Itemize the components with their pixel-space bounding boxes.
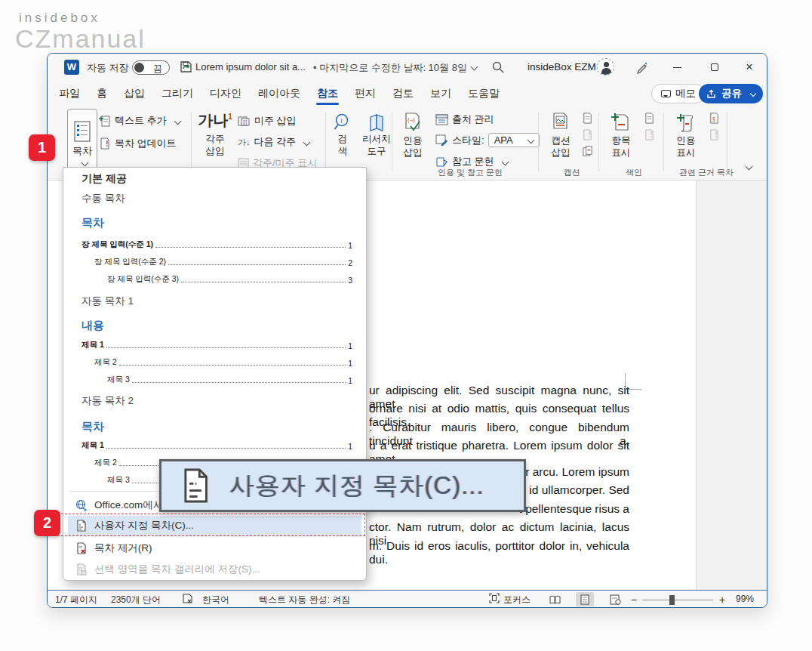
- print-layout-button[interactable]: [576, 592, 594, 606]
- gallery-title[interactable]: 목차: [82, 216, 104, 230]
- add-text-button[interactable]: 텍스트 추가: [99, 114, 180, 128]
- last-modified-text: • 마지막으로 수정한 날짜: 10월 8일: [313, 62, 467, 73]
- svg-text:[i]: [i]: [243, 119, 248, 125]
- custom-toc-icon-large: [180, 467, 211, 504]
- mark-entry-button[interactable]: 항목 표시: [604, 113, 638, 159]
- document-text-line: ur adipiscing elit. Sed suscipit magna n…: [369, 384, 629, 403]
- zoom-slider-track[interactable]: [642, 600, 713, 600]
- zoom-out-button[interactable]: −: [631, 594, 637, 606]
- toc-preview-row: 장 제목 입력(수준 2)2: [82, 257, 352, 267]
- auto-toc1-gallery-label[interactable]: 자동 목차 1: [82, 295, 134, 308]
- next-footnote-icon: 가↓: [238, 137, 251, 148]
- tab-file[interactable]: 파일: [51, 82, 88, 106]
- insert-citation-icon: (–): [403, 113, 423, 134]
- insert-footnote-button[interactable]: 가나1 각주 삽입: [197, 113, 233, 157]
- insert-caption-button[interactable]: 캡션 삽입: [544, 113, 577, 159]
- document-text-line: . Curabitur mauris libero, congue bibend…: [369, 421, 629, 440]
- language-indicator[interactable]: 한국어: [202, 594, 229, 606]
- zoom-slider-thumb[interactable]: [669, 595, 675, 605]
- document-backstage: [696, 180, 767, 591]
- page-indicator[interactable]: 1/7 페이지: [55, 594, 97, 606]
- tab-home[interactable]: 홈: [88, 82, 115, 106]
- insert-index-icon[interactable]: [644, 113, 655, 124]
- autosave-state: 끔: [153, 63, 162, 76]
- focus-mode-button[interactable]: [489, 593, 500, 604]
- insert-endnote-button[interactable]: [i] 미주 삽입: [238, 114, 297, 128]
- autocomplete-status[interactable]: 텍스트 자동 완성: 켜짐: [259, 594, 350, 606]
- cross-reference-icon[interactable]: [582, 146, 593, 157]
- tab-mailings[interactable]: 편지: [346, 82, 384, 106]
- share-button[interactable]: 공유: [699, 84, 763, 103]
- tab-insert[interactable]: 삽입: [115, 82, 153, 106]
- comments-button[interactable]: 메모: [651, 84, 706, 103]
- autosave-toggle[interactable]: 끔: [132, 60, 170, 75]
- web-layout-icon: [610, 594, 621, 605]
- research-tools-button[interactable]: 리서치 도구: [358, 113, 395, 157]
- toc-button-label: 목차: [72, 144, 92, 158]
- comments-label: 메모: [675, 87, 696, 100]
- last-modified-label[interactable]: • 마지막으로 수정한 날짜: 10월 8일: [313, 61, 477, 75]
- insert-toa-icon[interactable]: §: [709, 113, 720, 124]
- mark-citation-button[interactable]: 인용 표시: [669, 113, 703, 159]
- focus-label[interactable]: 포커스: [503, 594, 531, 606]
- close-button[interactable]: ×: [733, 54, 766, 81]
- svg-text:!: !: [588, 131, 590, 139]
- tab-review[interactable]: 검토: [384, 82, 422, 106]
- tab-help[interactable]: 도움말: [460, 82, 508, 106]
- step-badge-1: 1: [29, 134, 55, 161]
- proofing-icon[interactable]: [182, 593, 193, 604]
- mark-entry-label: 항목 표시: [612, 135, 631, 159]
- manual-toc-gallery-label[interactable]: 수동 목차: [82, 192, 125, 205]
- remove-toc-menu-item[interactable]: 목차 제거(R): [68, 538, 361, 558]
- toggle-knob-icon: [134, 63, 144, 73]
- minimize-button[interactable]: [660, 54, 694, 81]
- insert-citation-label: 인용 삽입: [404, 135, 423, 159]
- smart-search-button[interactable]: i 검 색: [330, 113, 355, 157]
- save-sync-icon[interactable]: [179, 60, 193, 74]
- chevron-down-icon: [303, 138, 311, 146]
- next-footnote-label: 다음 각주: [254, 135, 297, 149]
- chevron-down-icon: [750, 91, 756, 97]
- manage-sources-button[interactable]: 출처 관리: [435, 113, 494, 126]
- gallery-title[interactable]: 내용: [82, 319, 104, 333]
- research-tools-label: 리서치 도구: [362, 134, 391, 157]
- toc-preview-row: 장 제목 입력(수준 3)3: [82, 274, 352, 285]
- search-icon[interactable]: [491, 60, 505, 74]
- close-icon: ×: [746, 61, 752, 73]
- zoom-level[interactable]: 99%: [736, 594, 754, 604]
- update-toc-label: 목차 업데이트: [115, 137, 177, 150]
- update-toc-button[interactable]: ! 목차 업데이트: [99, 137, 177, 150]
- tab-design[interactable]: 디자인: [201, 82, 250, 106]
- tab-draw[interactable]: 그리기: [153, 82, 201, 106]
- avatar[interactable]: [597, 58, 614, 76]
- next-footnote-button[interactable]: 가↓ 다음 각주: [238, 135, 309, 149]
- gallery-title[interactable]: 목차: [82, 420, 104, 434]
- pen-settings-icon[interactable]: [635, 60, 650, 75]
- update-toc-icon: !: [99, 137, 111, 150]
- annotation-dashed-box: [57, 514, 365, 536]
- update-table-icon: !: [582, 129, 593, 140]
- maximize-button[interactable]: [698, 54, 731, 81]
- tab-layout[interactable]: 레이아웃: [250, 82, 309, 106]
- word-count[interactable]: 2350개 단어: [111, 594, 161, 606]
- insert-citation-button[interactable]: (–) 인용 삽입: [396, 113, 429, 159]
- add-text-label: 텍스트 추가: [115, 114, 167, 128]
- zoom-in-button[interactable]: +: [719, 594, 725, 606]
- auto-toc2-gallery-label[interactable]: 자동 목차 2: [82, 394, 134, 408]
- group-divider: [538, 113, 539, 171]
- account-name[interactable]: insideBox EZM: [527, 61, 596, 73]
- tab-references[interactable]: 참조: [309, 82, 346, 106]
- svg-text:!: !: [650, 131, 652, 139]
- maximize-icon: [711, 63, 718, 71]
- save-to-gallery-menu-item: 선택 영역을 목차 갤러리에 저장(S)...: [68, 560, 361, 579]
- svg-text:!: !: [106, 139, 109, 148]
- insert-table-of-figures-icon[interactable]: [582, 113, 593, 124]
- style-select[interactable]: APA: [488, 133, 540, 147]
- tab-view[interactable]: 보기: [422, 82, 460, 106]
- document-title[interactable]: Lorem ipsum dolor sit a...: [195, 61, 306, 73]
- web-layout-button[interactable]: [606, 592, 624, 606]
- read-mode-button[interactable]: [546, 592, 564, 606]
- callout-label: 사용자 지정 목차(C)...: [229, 469, 484, 503]
- svg-text:§: §: [712, 116, 715, 122]
- insert-caption-icon: [551, 113, 571, 134]
